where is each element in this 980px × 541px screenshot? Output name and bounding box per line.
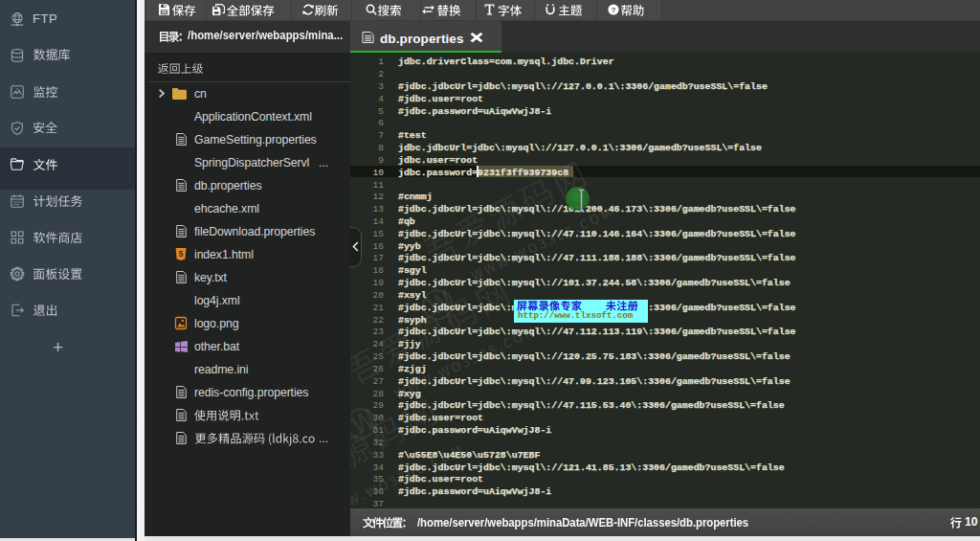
svg-text:5: 5	[179, 250, 184, 259]
svg-text:?: ?	[612, 5, 616, 13]
